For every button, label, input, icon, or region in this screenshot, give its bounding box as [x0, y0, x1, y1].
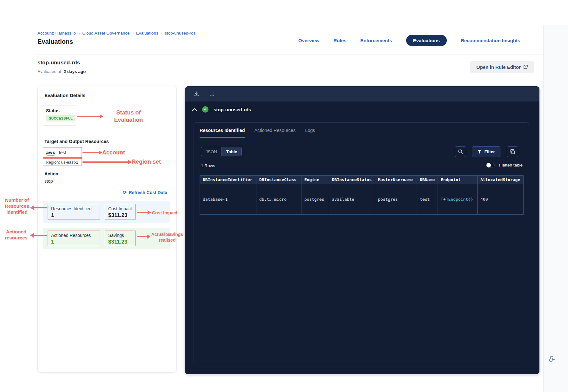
- annotation-status: Status of Evaluation: [105, 109, 152, 123]
- annotation-account: Account: [102, 149, 132, 156]
- cost-impact-label: Cost Impact: [108, 206, 132, 211]
- viewer-tab-resources-identified[interactable]: Resources Identified: [200, 128, 245, 138]
- region-value: Region: us-east-2: [46, 160, 78, 165]
- breadcrumb: Account: Harness.io›Cloud Asset Governan…: [37, 31, 196, 36]
- page-right-strip: [544, 25, 568, 392]
- viewer-tab-actioned-resources[interactable]: Actioned Resources: [254, 128, 296, 138]
- viewer-tabs: Resources IdentifiedActioned ResourcesLo…: [200, 128, 315, 138]
- evaluation-details-heading: Evaluation Details: [44, 93, 85, 98]
- action-value: stop: [44, 179, 53, 184]
- savings-value: $311.23: [108, 239, 132, 245]
- annotation-actioned: Actioned resources: [1, 229, 32, 241]
- breadcrumb-link[interactable]: Cloud Asset Governance: [82, 31, 129, 36]
- external-link-icon: [523, 65, 528, 69]
- flatten-table-toggle[interactable]: [486, 163, 495, 167]
- view-toggle-json[interactable]: JSON: [201, 147, 221, 156]
- nav-item-enforcements[interactable]: Enforcements: [360, 38, 392, 43]
- cell-endpoint[interactable]: [+]Endpoint{}: [438, 184, 478, 215]
- search-button[interactable]: [455, 146, 466, 157]
- viewer-inner-container: Resources IdentifiedActioned ResourcesLo…: [194, 122, 529, 364]
- refresh-link-label: Refresh Cost Data: [129, 190, 167, 195]
- viewer-tab-logs[interactable]: Logs: [305, 128, 315, 138]
- resources-identified-label: Resources Identified: [51, 206, 96, 211]
- annotation-resources: Number of Resources identified: [2, 197, 32, 215]
- account-annotation-arrow: [83, 152, 99, 153]
- evaluated-at-label: Evaluated at:: [37, 69, 63, 74]
- resources-annotation-arrow: [33, 207, 47, 208]
- column-header-engine: Engine: [301, 176, 329, 184]
- region-annotation-arrow: [83, 161, 129, 163]
- column-header-dbinstanceclass: DBInstanceClass: [256, 176, 301, 184]
- table-row: database-1db.t3.micropostgresavailablepo…: [200, 184, 524, 215]
- breadcrumb-link[interactable]: Account: Harness.io: [37, 31, 76, 36]
- breadcrumb-link[interactable]: stop-unused-rds: [165, 31, 196, 36]
- resource-viewer-panel: ✓ stop-unused-rds Resources IdentifiedAc…: [185, 86, 539, 374]
- view-toggle-table[interactable]: Table: [221, 147, 241, 156]
- page-title: Evaluations: [37, 38, 73, 45]
- success-check-icon: ✓: [202, 106, 208, 113]
- header-divider: [37, 55, 543, 55]
- breadcrumb-link[interactable]: Evaluations: [136, 31, 158, 36]
- viewer-toolbar: [185, 86, 539, 101]
- actioned-resources-box: Actioned Resources 1: [48, 231, 100, 246]
- savings-annotation-arrow: [137, 236, 147, 237]
- cost-impact-value: $311.23: [108, 212, 132, 219]
- actioned-resources-value: 1: [51, 239, 96, 245]
- column-header-dbinstancestatus: DBInstanceStatus: [329, 176, 375, 184]
- nav-item-overview[interactable]: Overview: [298, 38, 320, 43]
- annotation-cost-impact: Cost Impact: [152, 210, 182, 216]
- download-icon[interactable]: [193, 90, 200, 97]
- filter-button[interactable]: Filter: [472, 146, 500, 157]
- cell-engine: postgres: [301, 184, 329, 215]
- column-header-dbname: DBName: [417, 176, 438, 184]
- view-mode-toggle: JSONTable: [201, 147, 242, 156]
- nav-item-evaluations[interactable]: Evaluations: [406, 35, 447, 46]
- rows-count: 1 Rows: [201, 163, 215, 168]
- resources-identified-value: 1: [51, 212, 96, 219]
- annotation-savings: Actual Savings realised: [149, 232, 186, 243]
- aws-logo: aws: [46, 150, 55, 155]
- filter-icon: [477, 150, 482, 154]
- evaluated-at: Evaluated at: 2 days ago: [37, 69, 86, 74]
- card-divider: [43, 130, 170, 130]
- status-badge: SUCCESSFUL: [46, 115, 76, 121]
- evaluation-name-title: stop-unused-rds: [37, 60, 80, 66]
- status-label: Status: [46, 108, 60, 113]
- resources-identified-box: Resources Identified 1: [48, 204, 100, 219]
- cell-masterusername: postgres: [375, 184, 417, 215]
- resources-table: DBInstanceIdentifierDBInstanceClassEngin…: [200, 175, 524, 215]
- breadcrumb-separator: ›: [161, 31, 162, 36]
- account-name: test: [59, 150, 66, 155]
- fullscreen-icon[interactable]: [208, 90, 215, 97]
- collapse-chevron-icon[interactable]: [192, 106, 197, 113]
- top-nav: OverviewRulesEnforcementsEvaluationsReco…: [298, 35, 520, 46]
- flatten-table-label: Flatten table: [499, 163, 523, 167]
- breadcrumb-separator: ›: [78, 31, 80, 36]
- column-header-masterusername: MasterUsername: [375, 176, 417, 184]
- viewer-title: stop-unused-rds: [214, 107, 251, 112]
- region-annotation-box: Region: us-east-2: [43, 158, 82, 166]
- account-annotation-box: aws test: [43, 147, 82, 158]
- savings-box: Savings $311.23: [105, 231, 136, 246]
- refresh-icon: ⟳: [123, 190, 127, 195]
- open-rule-editor-button[interactable]: Open in Rule Editor: [470, 61, 534, 73]
- savings-label: Savings: [108, 233, 132, 238]
- nav-item-rules[interactable]: Rules: [334, 38, 347, 43]
- actioned-resources-label: Actioned Resources: [51, 233, 96, 238]
- cell-dbname: test: [417, 184, 438, 215]
- column-header-allocatedstorage: AllocatedStorage: [478, 176, 524, 184]
- open-rule-editor-label: Open in Rule Editor: [476, 64, 521, 70]
- column-header-dbinstanceidentifier: DBInstanceIdentifier: [200, 176, 256, 184]
- evaluated-at-value: 2 days ago: [64, 69, 86, 74]
- copy-button[interactable]: [507, 146, 518, 157]
- column-header-endpoint: Endpoint: [438, 176, 478, 184]
- refresh-cost-data-link[interactable]: ⟳ Refresh Cost Data: [123, 190, 167, 195]
- target-output-heading: Target and Output Resources: [44, 139, 109, 144]
- actioned-annotation-arrow: [33, 235, 47, 236]
- action-label: Action: [44, 171, 58, 176]
- breadcrumb-separator: ›: [132, 31, 134, 36]
- nav-item-recommendation-insights[interactable]: Recommendation Insights: [461, 38, 520, 43]
- cell-allocatedstorage: 400: [478, 184, 524, 215]
- cell-dbinstanceidentifier: database-1: [200, 184, 256, 215]
- handwritten-mark: δ-: [548, 355, 555, 364]
